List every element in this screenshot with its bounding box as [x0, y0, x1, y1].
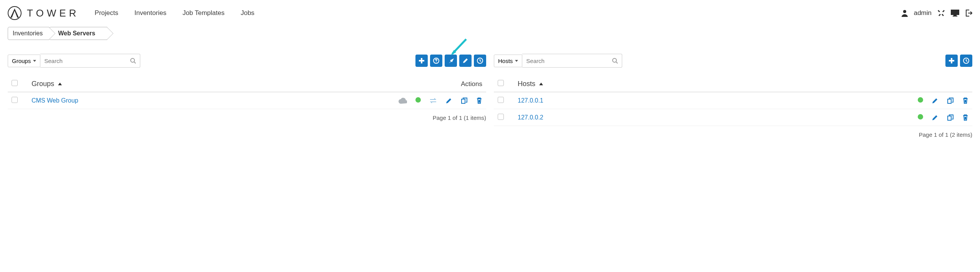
groups-pager: Page 1 of 1 (1 items)	[8, 109, 486, 126]
main-nav: Projects Inventories Job Templates Jobs	[95, 9, 254, 17]
row-checkbox[interactable]	[12, 97, 18, 103]
groups-filter-dropdown[interactable]: Groups	[8, 55, 40, 67]
search-icon	[130, 58, 136, 64]
nav-job-templates[interactable]: Job Templates	[183, 9, 224, 17]
sync-icon[interactable]	[429, 97, 437, 104]
row-checkbox[interactable]	[498, 114, 504, 120]
copy-icon[interactable]	[461, 97, 468, 104]
monitor-icon[interactable]	[951, 10, 959, 17]
header-right: admin	[901, 9, 972, 17]
caret-down-icon	[33, 60, 36, 62]
group-row: CMS Web Group	[8, 92, 486, 109]
hosts-filter-dropdown[interactable]: Hosts	[494, 55, 522, 67]
filter-label: Groups	[12, 58, 31, 64]
edit-icon[interactable]	[932, 114, 938, 121]
user-name[interactable]: admin	[914, 9, 932, 17]
host-name-link[interactable]: 127.0.0.2	[518, 114, 543, 121]
breadcrumb-item-active[interactable]: Web Servers	[49, 27, 107, 40]
hosts-search-input[interactable]	[526, 58, 612, 64]
nav-jobs[interactable]: Jobs	[241, 9, 254, 17]
svg-rect-16	[948, 116, 951, 120]
nav-projects[interactable]: Projects	[95, 9, 118, 17]
col-groups[interactable]: Groups	[32, 80, 54, 88]
nav-inventories[interactable]: Inventories	[135, 9, 166, 17]
settings-icon[interactable]	[937, 9, 945, 17]
svg-point-8	[436, 62, 437, 63]
delete-icon[interactable]	[476, 97, 482, 104]
app-header: TOWER Projects Inventories Job Templates…	[8, 4, 972, 22]
add-host-button[interactable]	[945, 55, 958, 67]
help-button[interactable]	[430, 55, 442, 67]
logout-icon[interactable]	[965, 9, 972, 17]
cloud-icon[interactable]	[399, 97, 407, 104]
logo-mark	[8, 6, 22, 20]
select-all-checkbox[interactable]	[12, 80, 18, 86]
status-indicator[interactable]	[918, 97, 923, 103]
logo[interactable]: TOWER	[8, 6, 79, 20]
status-indicator[interactable]	[918, 114, 923, 119]
hosts-toolbar: Hosts	[494, 54, 972, 68]
hosts-list-header: Hosts	[494, 76, 972, 92]
edit-icon[interactable]	[932, 97, 938, 104]
col-actions: Actions	[382, 80, 482, 88]
hosts-search[interactable]	[522, 54, 622, 68]
svg-point-4	[131, 58, 135, 62]
edit-inventory-button[interactable]	[459, 55, 472, 67]
svg-point-11	[613, 58, 616, 62]
select-all-hosts-checkbox[interactable]	[498, 80, 504, 86]
col-hosts[interactable]: Hosts	[518, 80, 535, 88]
logo-text: TOWER	[27, 7, 79, 19]
hosts-panel: Hosts Hosts	[494, 54, 972, 143]
schedule-hosts-button[interactable]	[960, 55, 972, 67]
sort-asc-icon	[539, 83, 543, 85]
svg-point-0	[903, 10, 906, 13]
breadcrumb-item[interactable]: Inventories	[8, 27, 49, 40]
caret-down-icon	[515, 60, 518, 62]
schedule-button[interactable]	[474, 55, 486, 67]
add-button[interactable]	[415, 55, 428, 67]
svg-rect-15	[948, 99, 951, 103]
copy-icon[interactable]	[947, 97, 954, 104]
groups-list-header: Groups Actions	[8, 76, 486, 92]
copy-icon[interactable]	[947, 114, 954, 121]
group-name-link[interactable]: CMS Web Group	[32, 97, 78, 104]
groups-panel: Groups	[8, 54, 486, 143]
delete-icon[interactable]	[962, 97, 968, 104]
breadcrumb: Inventories Web Servers	[8, 27, 107, 40]
breadcrumb-label: Inventories	[13, 30, 43, 37]
host-name-link[interactable]: 127.0.0.1	[518, 97, 543, 104]
hosts-pager: Page 1 of 1 (2 items)	[494, 126, 972, 143]
user-icon[interactable]	[901, 9, 909, 17]
svg-rect-3	[953, 16, 957, 17]
host-row: 127.0.0.1	[494, 92, 972, 109]
svg-rect-6	[419, 60, 424, 61]
search-icon	[612, 58, 618, 64]
host-row: 127.0.0.2	[494, 109, 972, 126]
edit-icon[interactable]	[445, 97, 452, 104]
delete-icon[interactable]	[962, 114, 968, 121]
groups-search-input[interactable]	[44, 58, 130, 64]
svg-rect-2	[953, 15, 957, 16]
status-indicator[interactable]	[415, 97, 421, 103]
svg-rect-13	[949, 60, 954, 61]
run-button[interactable]	[445, 55, 457, 67]
svg-rect-1	[951, 10, 959, 15]
groups-toolbar: Groups	[8, 54, 486, 68]
svg-rect-10	[462, 99, 465, 103]
row-checkbox[interactable]	[498, 97, 504, 103]
groups-search[interactable]	[40, 54, 140, 68]
sort-asc-icon	[58, 83, 62, 85]
filter-label: Hosts	[498, 58, 513, 64]
breadcrumb-label: Web Servers	[58, 30, 95, 37]
